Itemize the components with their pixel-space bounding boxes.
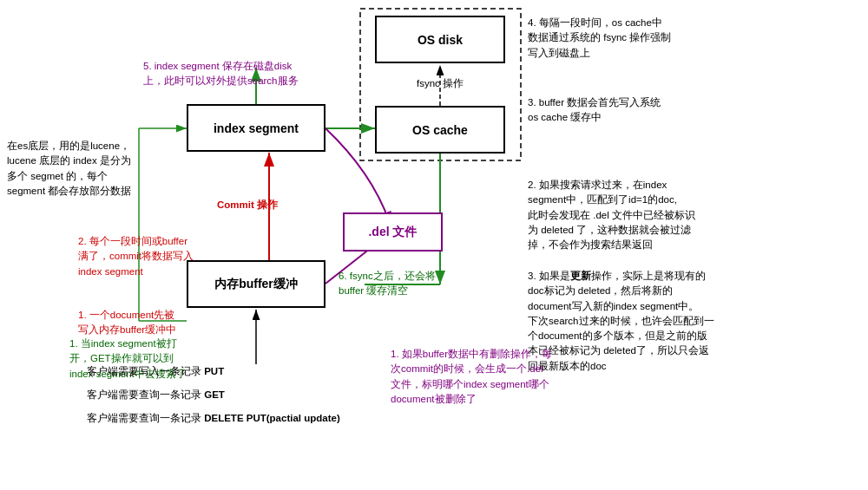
anno-memory-write: 1. 一个document先被写入内存buffer缓冲中 [78,308,213,338]
anno-fsync-clear: 6. fsync之后，还会将buffer 缓存清空 [339,269,477,299]
anno-commit-text: 2. 每个一段时间或buffer满了，commit将数据写入index segm… [78,236,194,277]
anno-fsync-clear-text: 6. fsync之后，还会将buffer 缓存清空 [339,271,436,296]
anno-index-disk-text: 5. index segment 保存在磁盘disk上，此时可以对外提供sear… [143,61,299,86]
left-desc-text: 在es底层，用的是lucene， lucene 底层的 index 是分为 多个… [7,140,131,196]
client-put-text: 客户端需要写入一条记录 PUT [87,366,224,376]
diagram-container: OS disk OS cache index segment .del 文件 内… [0,0,868,490]
os-disk-label: OS disk [418,33,463,47]
client-delete: 客户端需要查询一条记录 DELETE PUT(pactial update) [87,411,340,426]
anno-del-search: 2. 如果搜索请求过来，在indexsegment中，匹配到了id=1的doc,… [528,178,806,252]
del-file-label: .del 文件 [368,225,417,240]
memory-buffer-label: 内存buffer缓冲 [214,277,298,292]
del-file-box: .del 文件 [343,212,443,252]
anno-del-search-text: 2. 如果搜索请求过来，在indexsegment中，匹配到了id=1的doc,… [528,180,695,250]
commit-label-text: Commit 操作 [217,199,278,210]
fsync-label: fsync 操作 [401,76,479,91]
client-get: 客户端需要查询一条记录 GET [87,388,225,402]
anno-memory-text: 1. 一个document先被写入内存buffer缓冲中 [78,310,176,335]
anno-fsync-disk: 4. 每隔一段时间，os cache中数据通过系统的 fsync 操作强制写入到… [528,16,771,61]
client-get-text: 客户端需要查询一条记录 GET [87,389,225,400]
anno-buffer-del-text: 1. 如果buffer数据中有删除操作，每次commit的时候，会生成一个.de… [391,349,552,404]
os-cache-label: OS cache [412,123,468,137]
anno-index-to-disk: 5. index segment 保存在磁盘disk上，此时可以对外提供sear… [143,59,334,89]
left-description: 在es底层，用的是lucene， lucene 底层的 index 是分为 多个… [7,139,141,199]
os-disk-box: OS disk [375,16,505,63]
anno-buffer-os-cache: 3. buffer 数据会首先写入系统os cache 缓存中 [528,95,753,126]
os-cache-box: OS cache [375,106,505,154]
client-delete-text: 客户端需要查询一条记录 DELETE PUT(pactial update) [87,413,340,423]
index-segment-box: index segment [187,104,326,152]
index-segment-label: index segment [214,121,299,135]
anno-commit: 2. 每个一段时间或buffer满了，commit将数据写入index segm… [78,234,221,279]
anno-fsync-disk-text: 4. 每隔一段时间，os cache中数据通过系统的 fsync 操作强制写入到… [528,17,671,58]
anno-buffer-del: 1. 如果buffer数据中有删除操作，每次commit的时候，会生成一个.de… [391,347,647,407]
anno-buffer-os-cache-text: 3. buffer 数据会首先写入系统os cache 缓存中 [528,97,661,122]
client-put: 客户端需要写入一条记录 PUT [87,364,224,379]
fsync-label-text: fsync 操作 [417,78,464,88]
commit-label: Commit 操作 [217,198,278,212]
